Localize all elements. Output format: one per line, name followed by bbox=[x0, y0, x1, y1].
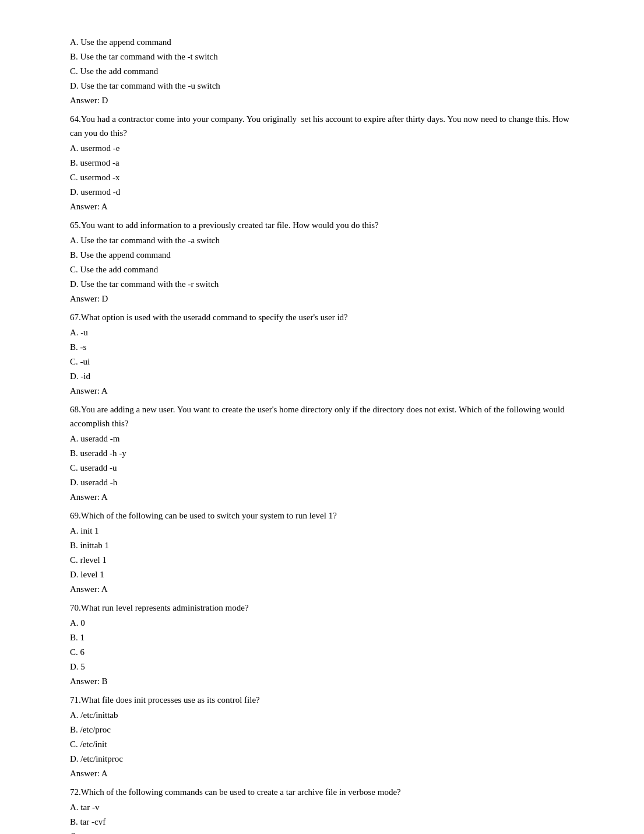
option-c: C. Use the add command bbox=[70, 64, 574, 78]
answer-67: Answer: A bbox=[70, 384, 574, 398]
question-block-64: 64.You had a contractor come into your c… bbox=[70, 112, 574, 213]
question-block-71: 71.What file does init processes use as … bbox=[70, 693, 574, 780]
option-c: C. /etc/init bbox=[70, 737, 574, 751]
question-text-72: 72.Which of the following commands can b… bbox=[70, 785, 574, 799]
question-block-partial: A. Use the append command B. Use the tar… bbox=[70, 35, 574, 107]
option-b: B. inittab 1 bbox=[70, 538, 574, 552]
option-a: A. Use the append command bbox=[70, 35, 574, 49]
option-a: A. usermod -e bbox=[70, 141, 574, 155]
question-text-69: 69.Which of the following can be used to… bbox=[70, 509, 574, 523]
question-text-70: 70.What run level represents administrat… bbox=[70, 601, 574, 615]
option-d: D. -id bbox=[70, 369, 574, 383]
option-a: A. 0 bbox=[70, 616, 574, 630]
answer-70: Answer: B bbox=[70, 674, 574, 688]
option-a: A. /etc/inittab bbox=[70, 708, 574, 722]
question-text-71: 71.What file does init processes use as … bbox=[70, 693, 574, 707]
option-c: C. Use the add command bbox=[70, 262, 574, 276]
question-text-64: 64.You had a contractor come into your c… bbox=[70, 112, 574, 140]
option-d: D. Use the tar command with the -u switc… bbox=[70, 79, 574, 93]
option-b: B. /etc/proc bbox=[70, 723, 574, 737]
option-c: C. rlevel 1 bbox=[70, 553, 574, 567]
option-c: C. useradd -u bbox=[70, 461, 574, 475]
question-block-70: 70.What run level represents administrat… bbox=[70, 601, 574, 688]
main-content: A. Use the append command B. Use the tar… bbox=[70, 35, 574, 834]
question-text-68: 68.You are adding a new user. You want t… bbox=[70, 402, 574, 430]
question-block-67: 67.What option is used with the useradd … bbox=[70, 310, 574, 398]
option-d: D. /etc/initproc bbox=[70, 752, 574, 766]
option-c: C. -ui bbox=[70, 355, 574, 369]
option-d: D. Use the tar command with the -r switc… bbox=[70, 277, 574, 291]
option-b: B. tar -cvf bbox=[70, 815, 574, 829]
question-block-65: 65.You want to add information to a prev… bbox=[70, 218, 574, 306]
question-text-65: 65.You want to add information to a prev… bbox=[70, 218, 574, 232]
question-block-69: 69.Which of the following can be used to… bbox=[70, 509, 574, 596]
option-a: A. Use the tar command with the -a switc… bbox=[70, 233, 574, 247]
answer-68: Answer: A bbox=[70, 490, 574, 504]
option-a: A. init 1 bbox=[70, 524, 574, 538]
option-b: B. Use the append command bbox=[70, 248, 574, 262]
option-d: D. 5 bbox=[70, 660, 574, 674]
option-d: D. useradd -h bbox=[70, 475, 574, 489]
answer-71: Answer: A bbox=[70, 766, 574, 780]
option-a: A. tar -v bbox=[70, 800, 574, 814]
answer-69: Answer: A bbox=[70, 582, 574, 596]
option-d: D. level 1 bbox=[70, 567, 574, 581]
option-a: A. useradd -m bbox=[70, 432, 574, 446]
option-b: B. useradd -h -y bbox=[70, 446, 574, 460]
question-text-67: 67.What option is used with the useradd … bbox=[70, 310, 574, 324]
option-b: B. Use the tar command with the -t switc… bbox=[70, 50, 574, 64]
option-d: D. usermod -d bbox=[70, 185, 574, 199]
option-c: C. usermod -x bbox=[70, 170, 574, 184]
answer-65: Answer: D bbox=[70, 292, 574, 306]
option-c: C. 6 bbox=[70, 645, 574, 659]
question-block-68: 68.You are adding a new user. You want t… bbox=[70, 402, 574, 504]
answer: Answer: D bbox=[70, 93, 574, 107]
question-block-72: 72.Which of the following commands can b… bbox=[70, 785, 574, 834]
option-b: B. 1 bbox=[70, 630, 574, 644]
option-b: B. -s bbox=[70, 340, 574, 354]
option-c: C. tar -c bbox=[70, 829, 574, 834]
answer-64: Answer: A bbox=[70, 199, 574, 213]
option-b: B. usermod -a bbox=[70, 156, 574, 170]
option-a: A. -u bbox=[70, 325, 574, 339]
